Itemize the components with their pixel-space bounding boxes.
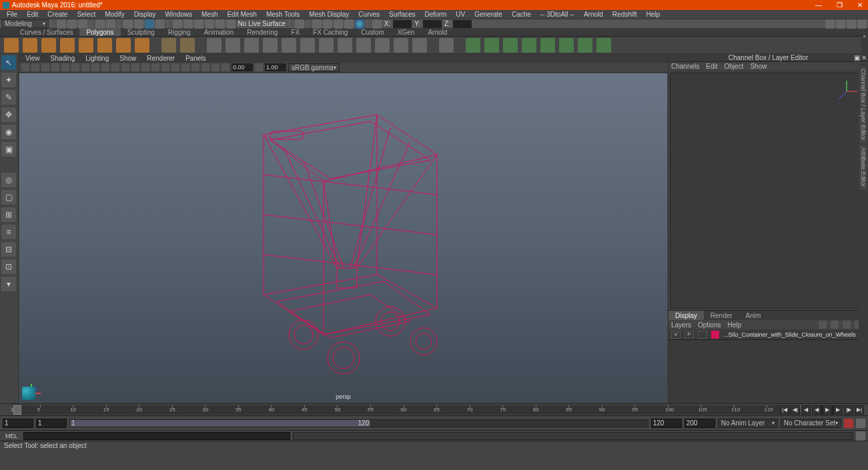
ui-toggle-1-icon[interactable] [825, 19, 835, 29]
autokey-icon[interactable] [844, 419, 853, 428]
menu-curves[interactable]: Curves [354, 11, 384, 18]
cb-object[interactable]: Object [725, 63, 744, 70]
vp-safe-action-icon[interactable] [121, 63, 129, 71]
prefs-icon[interactable] [856, 419, 865, 428]
shelftab-xgen[interactable]: XGen [391, 28, 422, 36]
menu-surfaces[interactable]: Surfaces [385, 11, 419, 18]
range-track[interactable]: 1 120 [69, 419, 648, 427]
poly-type-icon[interactable] [161, 38, 176, 53]
hypershade-icon[interactable] [344, 19, 354, 29]
close-panel-icon[interactable]: ✕ [861, 54, 867, 62]
poly-cube-icon[interactable] [23, 38, 37, 53]
poly-cylinder-icon[interactable] [41, 38, 56, 53]
step-back-key-icon[interactable]: ◀| [791, 405, 800, 415]
shelftab-animation[interactable]: Animation [197, 28, 240, 36]
layer-visible-cell[interactable]: V [671, 331, 681, 339]
extrude-icon[interactable] [244, 38, 259, 53]
select-all-icon[interactable] [155, 19, 165, 29]
vp-isolate-icon[interactable] [191, 63, 199, 71]
lm-options[interactable]: Options [698, 321, 721, 329]
redo-icon[interactable] [106, 19, 115, 29]
sidetab-attribute[interactable]: Attribute Editor [859, 145, 867, 190]
layer-move-up-icon[interactable] [819, 321, 827, 329]
rotate-tool-icon[interactable]: ◉ [1, 125, 16, 139]
vpmenu-shading[interactable]: Shading [47, 55, 79, 62]
ui-toggle-4-icon[interactable] [857, 19, 867, 29]
maximize-button[interactable]: ❐ [834, 1, 845, 9]
vp-safe-title-icon[interactable] [131, 63, 139, 71]
dock-icon[interactable]: ▣ [854, 54, 860, 62]
sculpt-icon[interactable] [439, 38, 454, 53]
lm-help[interactable]: Help [727, 321, 741, 329]
last-tool-icon[interactable]: ◎ [1, 173, 16, 187]
layout-single-icon[interactable]: ▢ [1, 190, 16, 205]
vp-2d-pan-icon[interactable] [51, 63, 59, 71]
menu-arnold[interactable]: Arnold [580, 11, 607, 18]
shelftab-fxcaching[interactable]: FX Caching [306, 28, 354, 36]
shelftab-polygons[interactable]: Polygons [79, 28, 120, 36]
snap-surface-icon[interactable] [215, 19, 225, 29]
play-back-icon[interactable]: ◀ [812, 405, 821, 415]
cb-show[interactable]: Show [750, 63, 767, 70]
anim-end-input[interactable] [685, 419, 715, 428]
vp-colorspace-dropdown[interactable]: sRGB gamma [288, 63, 340, 72]
menu-cache[interactable]: Cache [508, 11, 535, 18]
layertab-display[interactable]: Display [669, 311, 704, 320]
menu-editmesh[interactable]: Edit Mesh [223, 11, 260, 18]
layout-outliner-icon[interactable]: ≡ [1, 225, 16, 239]
new-scene-icon[interactable] [57, 19, 66, 29]
menu-file[interactable]: File [3, 11, 21, 18]
poly-cone-icon[interactable] [60, 38, 75, 53]
cb-edit[interactable]: Edit [706, 63, 717, 70]
sidetab-channelbox[interactable]: Channel Box / Layer Editor [859, 66, 867, 143]
time-head[interactable] [13, 405, 21, 415]
save-scene-icon[interactable] [78, 19, 87, 29]
menu-generate[interactable]: Generate [470, 11, 506, 18]
anim-start-input[interactable] [3, 419, 33, 428]
vp-bookmark-icon[interactable] [31, 63, 39, 71]
bevel-icon[interactable] [282, 38, 296, 53]
menu-help[interactable]: Help [642, 11, 665, 18]
vp-grid-icon[interactable] [71, 63, 79, 71]
snap-curve-icon[interactable] [183, 19, 193, 29]
move-tool-icon[interactable]: ✥ [1, 107, 16, 122]
snap-point-icon[interactable] [194, 19, 203, 29]
step-fwd-icon[interactable]: ▶ [833, 405, 843, 415]
vpmenu-renderer[interactable]: Renderer [143, 55, 179, 62]
vp-camera-select-icon[interactable] [21, 63, 29, 71]
layer-name[interactable]: ...Silo_Container_with_Slide_Closure_on_… [723, 331, 856, 338]
select-tool-icon[interactable]: ↖ [1, 55, 16, 70]
menu-deform[interactable]: Deform [421, 11, 451, 18]
layer-move-down-icon[interactable] [831, 321, 839, 329]
menuset-dropdown[interactable]: Modeling [1, 19, 49, 28]
lasso-tool-icon[interactable]: ✦ [1, 73, 16, 87]
triangulate-icon[interactable] [559, 38, 574, 53]
shelftab-fx[interactable]: FX [284, 28, 306, 36]
lm-layers[interactable]: Layers [671, 321, 691, 329]
range-end-input[interactable] [651, 419, 682, 428]
goto-end-icon[interactable]: ▶| [855, 405, 864, 415]
z-input[interactable] [453, 20, 472, 28]
range-bar[interactable]: 1 120 [70, 420, 370, 427]
vp-xray-joint-icon[interactable] [211, 63, 220, 71]
paint-select-icon[interactable] [145, 19, 154, 29]
shelftab-curves-surfaces[interactable]: Curves / Surfaces [13, 28, 79, 36]
layer-color-swatch[interactable] [711, 331, 719, 339]
crease-icon[interactable] [412, 38, 427, 53]
menu-mesh[interactable]: Mesh [197, 11, 222, 18]
time-track[interactable]: 1510152025303540455055606570758085909510… [13, 405, 800, 415]
combine-icon[interactable] [207, 38, 222, 53]
mirror-icon[interactable] [375, 38, 390, 53]
smooth-icon[interactable] [356, 38, 371, 53]
vp-imageplane-icon[interactable] [41, 63, 49, 71]
menu-select[interactable]: Select [73, 11, 99, 18]
undo-icon[interactable] [95, 19, 105, 29]
layer-empty-area[interactable] [669, 340, 868, 403]
cmd-label[interactable]: MEL [3, 433, 21, 439]
shelftab-custom[interactable]: Custom [354, 28, 390, 36]
cb-channels[interactable]: Channels [671, 63, 699, 70]
target-weld-icon[interactable] [338, 38, 352, 53]
vp-grease-icon[interactable] [61, 63, 69, 71]
separate-icon[interactable] [226, 38, 240, 53]
vpmenu-panels[interactable]: Panels [181, 55, 210, 62]
